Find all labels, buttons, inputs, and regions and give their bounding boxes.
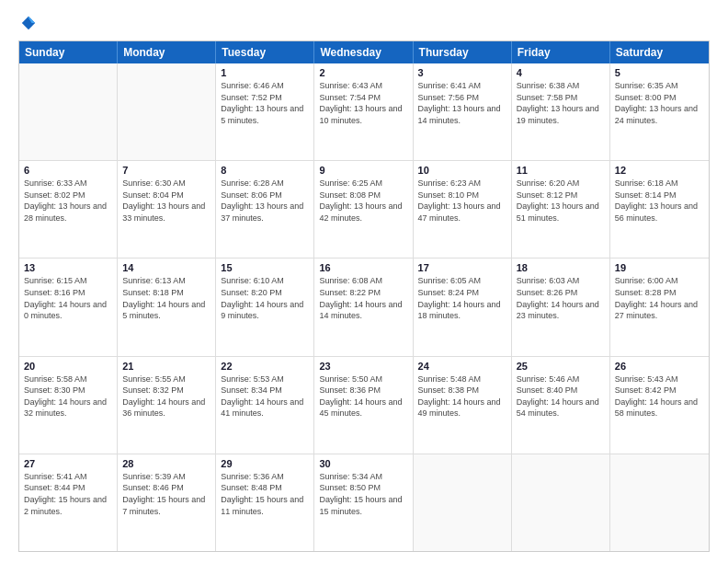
calendar-cell: 6Sunrise: 6:33 AMSunset: 8:02 PMDaylight… <box>19 161 118 258</box>
day-info: Sunrise: 5:43 AMSunset: 8:42 PMDaylight:… <box>615 373 704 419</box>
day-info: Sunrise: 6:18 AMSunset: 8:14 PMDaylight:… <box>615 178 704 224</box>
header-day-wednesday: Wednesday <box>314 41 413 63</box>
day-info: Sunrise: 5:36 AMSunset: 8:48 PMDaylight:… <box>221 471 309 517</box>
day-info: Sunrise: 6:15 AMSunset: 8:16 PMDaylight:… <box>24 275 112 321</box>
day-info: Sunrise: 5:39 AMSunset: 8:46 PMDaylight:… <box>122 471 210 517</box>
calendar-cell: 29Sunrise: 5:36 AMSunset: 8:48 PMDayligh… <box>216 454 314 551</box>
header <box>18 15 710 31</box>
day-info: Sunrise: 5:55 AMSunset: 8:32 PMDaylight:… <box>122 373 210 419</box>
day-info: Sunrise: 6:20 AMSunset: 8:12 PMDaylight:… <box>517 178 605 224</box>
day-number: 20 <box>24 361 112 372</box>
day-info: Sunrise: 5:50 AMSunset: 8:36 PMDaylight:… <box>319 373 407 419</box>
day-number: 28 <box>122 458 210 469</box>
calendar-cell <box>610 454 709 551</box>
day-number: 11 <box>517 165 605 176</box>
day-number: 30 <box>319 458 407 469</box>
day-number: 15 <box>221 262 309 273</box>
day-number: 2 <box>319 67 407 78</box>
calendar-cell: 13Sunrise: 6:15 AMSunset: 8:16 PMDayligh… <box>19 259 118 355</box>
day-info: Sunrise: 6:05 AMSunset: 8:24 PMDaylight:… <box>418 275 506 321</box>
day-info: Sunrise: 5:34 AMSunset: 8:50 PMDaylight:… <box>319 471 407 517</box>
header-day-thursday: Thursday <box>414 41 512 63</box>
day-number: 12 <box>615 165 704 176</box>
calendar-cell: 30Sunrise: 5:34 AMSunset: 8:50 PMDayligh… <box>314 454 413 551</box>
day-number: 23 <box>319 361 407 372</box>
page: SundayMondayTuesdayWednesdayThursdayFrid… <box>0 0 728 563</box>
day-number: 27 <box>24 458 112 469</box>
calendar-cell: 15Sunrise: 6:10 AMSunset: 8:20 PMDayligh… <box>216 259 314 355</box>
header-day-sunday: Sunday <box>19 41 118 63</box>
calendar-cell: 20Sunrise: 5:58 AMSunset: 8:30 PMDayligh… <box>19 357 118 454</box>
day-number: 18 <box>517 262 605 273</box>
day-info: Sunrise: 6:46 AMSunset: 7:52 PMDaylight:… <box>221 80 309 126</box>
day-number: 24 <box>418 361 506 372</box>
calendar-header: SundayMondayTuesdayWednesdayThursdayFrid… <box>19 41 709 63</box>
day-number: 5 <box>615 67 704 78</box>
day-info: Sunrise: 6:33 AMSunset: 8:02 PMDaylight:… <box>24 178 112 224</box>
calendar-cell <box>19 63 118 160</box>
day-info: Sunrise: 6:10 AMSunset: 8:20 PMDaylight:… <box>221 275 309 321</box>
header-day-monday: Monday <box>118 41 216 63</box>
calendar-cell: 5Sunrise: 6:35 AMSunset: 8:00 PMDaylight… <box>610 63 709 160</box>
day-info: Sunrise: 6:25 AMSunset: 8:08 PMDaylight:… <box>319 178 407 224</box>
calendar-cell: 27Sunrise: 5:41 AMSunset: 8:44 PMDayligh… <box>19 454 118 551</box>
calendar-cell: 8Sunrise: 6:28 AMSunset: 8:06 PMDaylight… <box>216 161 314 258</box>
calendar-row-0: 1Sunrise: 6:46 AMSunset: 7:52 PMDaylight… <box>19 63 709 161</box>
day-number: 14 <box>122 262 210 273</box>
header-day-saturday: Saturday <box>610 41 709 63</box>
day-info: Sunrise: 6:08 AMSunset: 8:22 PMDaylight:… <box>319 275 407 321</box>
calendar-cell: 9Sunrise: 6:25 AMSunset: 8:08 PMDaylight… <box>314 161 413 258</box>
day-number: 19 <box>615 262 704 273</box>
calendar-cell: 11Sunrise: 6:20 AMSunset: 8:12 PMDayligh… <box>512 161 610 258</box>
calendar-cell: 26Sunrise: 5:43 AMSunset: 8:42 PMDayligh… <box>610 357 709 454</box>
calendar-cell: 12Sunrise: 6:18 AMSunset: 8:14 PMDayligh… <box>610 161 709 258</box>
calendar-cell: 1Sunrise: 6:46 AMSunset: 7:52 PMDaylight… <box>216 63 314 160</box>
day-number: 16 <box>319 262 407 273</box>
calendar-cell: 19Sunrise: 6:00 AMSunset: 8:28 PMDayligh… <box>610 259 709 355</box>
calendar-row-3: 20Sunrise: 5:58 AMSunset: 8:30 PMDayligh… <box>19 357 709 454</box>
day-info: Sunrise: 6:00 AMSunset: 8:28 PMDaylight:… <box>615 275 704 321</box>
calendar-row-1: 6Sunrise: 6:33 AMSunset: 8:02 PMDaylight… <box>19 161 709 259</box>
calendar-cell <box>414 454 512 551</box>
day-number: 10 <box>418 165 506 176</box>
logo-icon <box>20 15 37 31</box>
day-info: Sunrise: 6:30 AMSunset: 8:04 PMDaylight:… <box>122 178 210 224</box>
day-number: 6 <box>24 165 112 176</box>
day-number: 21 <box>122 361 210 372</box>
day-number: 8 <box>221 165 309 176</box>
calendar-row-4: 27Sunrise: 5:41 AMSunset: 8:44 PMDayligh… <box>19 454 709 551</box>
day-number: 25 <box>517 361 605 372</box>
calendar-cell: 17Sunrise: 6:05 AMSunset: 8:24 PMDayligh… <box>414 259 512 355</box>
calendar-cell: 4Sunrise: 6:38 AMSunset: 7:58 PMDaylight… <box>512 63 610 160</box>
day-info: Sunrise: 5:53 AMSunset: 8:34 PMDaylight:… <box>221 373 309 419</box>
day-number: 9 <box>319 165 407 176</box>
day-number: 17 <box>418 262 506 273</box>
day-info: Sunrise: 5:48 AMSunset: 8:38 PMDaylight:… <box>418 373 506 419</box>
day-number: 13 <box>24 262 112 273</box>
day-info: Sunrise: 6:41 AMSunset: 7:56 PMDaylight:… <box>418 80 506 126</box>
calendar-cell: 25Sunrise: 5:46 AMSunset: 8:40 PMDayligh… <box>512 357 610 454</box>
logo <box>18 15 37 31</box>
calendar-cell: 14Sunrise: 6:13 AMSunset: 8:18 PMDayligh… <box>118 259 216 355</box>
day-info: Sunrise: 6:13 AMSunset: 8:18 PMDaylight:… <box>122 275 210 321</box>
day-number: 22 <box>221 361 309 372</box>
day-info: Sunrise: 5:41 AMSunset: 8:44 PMDaylight:… <box>24 471 112 517</box>
calendar-cell: 7Sunrise: 6:30 AMSunset: 8:04 PMDaylight… <box>118 161 216 258</box>
day-info: Sunrise: 6:23 AMSunset: 8:10 PMDaylight:… <box>418 178 506 224</box>
calendar-cell: 2Sunrise: 6:43 AMSunset: 7:54 PMDaylight… <box>314 63 413 160</box>
calendar-cell: 28Sunrise: 5:39 AMSunset: 8:46 PMDayligh… <box>118 454 216 551</box>
day-info: Sunrise: 5:46 AMSunset: 8:40 PMDaylight:… <box>517 373 605 419</box>
day-info: Sunrise: 6:28 AMSunset: 8:06 PMDaylight:… <box>221 178 309 224</box>
calendar: SundayMondayTuesdayWednesdayThursdayFrid… <box>18 40 710 552</box>
calendar-cell: 23Sunrise: 5:50 AMSunset: 8:36 PMDayligh… <box>314 357 413 454</box>
day-info: Sunrise: 6:35 AMSunset: 8:00 PMDaylight:… <box>615 80 704 126</box>
calendar-cell <box>118 63 216 160</box>
day-number: 26 <box>615 361 704 372</box>
day-number: 1 <box>221 67 309 78</box>
calendar-cell: 3Sunrise: 6:41 AMSunset: 7:56 PMDaylight… <box>414 63 512 160</box>
calendar-cell: 18Sunrise: 6:03 AMSunset: 8:26 PMDayligh… <box>512 259 610 355</box>
calendar-cell: 21Sunrise: 5:55 AMSunset: 8:32 PMDayligh… <box>118 357 216 454</box>
header-day-friday: Friday <box>512 41 610 63</box>
calendar-cell: 24Sunrise: 5:48 AMSunset: 8:38 PMDayligh… <box>414 357 512 454</box>
day-info: Sunrise: 6:43 AMSunset: 7:54 PMDaylight:… <box>319 80 407 126</box>
